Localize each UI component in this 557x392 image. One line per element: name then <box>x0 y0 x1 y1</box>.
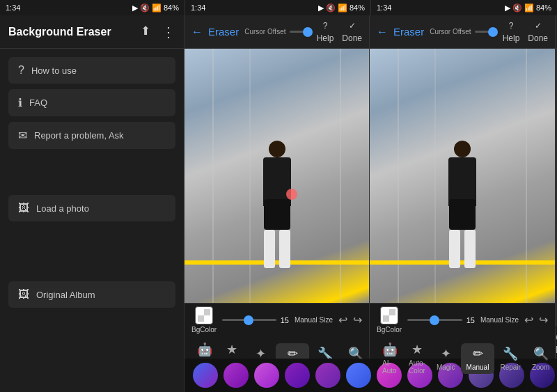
color-swatch-4[interactable] <box>315 363 340 388</box>
main-panel-header: ← Eraser Cursor Offset ? Help <box>370 15 555 49</box>
main-size-num: 15 <box>466 316 475 324</box>
report-button[interactable]: ✉ Report a problem, Ask <box>8 122 175 149</box>
main-zoom[interactable]: 🔍 Zoom <box>526 343 556 374</box>
main-done-button[interactable]: ✓ Done <box>528 21 548 43</box>
color-swatch-5[interactable] <box>346 363 371 388</box>
main-repair-icon: 🔧 <box>503 346 518 361</box>
eraser-done-label: Done <box>342 33 362 43</box>
main-image-area[interactable] <box>370 49 555 303</box>
main-manual[interactable]: ✏ Manual <box>461 343 495 374</box>
main-back-button[interactable]: ← <box>377 26 388 38</box>
color-swatch-1[interactable] <box>223 363 249 388</box>
undo-button[interactable]: ↩ <box>338 313 347 327</box>
main-magic[interactable]: ✦ Magic <box>431 343 461 374</box>
size-controls-row: BgColor 15 Manual Size ↩ <box>185 304 369 336</box>
status-bar-center: 1:34 ▶ 🔇 📶 84% <box>185 0 370 15</box>
main-auto-color[interactable]: ★ Auto-Color <box>403 339 431 377</box>
icons-right: ▶ 🔇 📶 84% <box>505 3 551 13</box>
share-icon[interactable]: ⬆ <box>141 24 150 40</box>
main-bgcolor-button[interactable]: BgColor <box>377 306 402 334</box>
load-photo-label: Load a photo <box>36 203 89 214</box>
eraser-header: ← Eraser Cursor Offset ? Help <box>185 15 369 49</box>
more-icon[interactable]: ⋮ <box>162 24 175 40</box>
eraser-toolbar: BgColor 15 Manual Size ↩ <box>185 303 369 359</box>
main-help-button[interactable]: ? Help <box>503 21 520 43</box>
main-autocolor-label: Auto-Color <box>409 359 425 375</box>
original-album-label: Original Album <box>36 290 95 300</box>
person-leg-left <box>264 230 275 268</box>
eraser-back-button[interactable]: ← <box>191 26 203 38</box>
eraser-done-button[interactable]: ✓ Done <box>342 21 362 43</box>
main-cursor-slider[interactable] <box>475 31 496 33</box>
size-slider-thumb[interactable] <box>244 315 253 325</box>
main-toolbar: BgColor 15 Manual Size ↩ <box>370 303 555 359</box>
main-actions: ? Help ✓ Done <box>503 21 548 43</box>
main-manual-tool-label: Manual <box>466 363 489 371</box>
eraser-help-label: Help <box>317 33 334 43</box>
eraser-title: Eraser <box>208 26 239 38</box>
faq-button[interactable]: ℹ FAQ <box>8 89 175 116</box>
main-manual-icon: ✏ <box>473 346 483 361</box>
eraser-image-area[interactable] <box>185 49 369 303</box>
svg-rect-3 <box>204 315 210 322</box>
main-ai-auto[interactable]: 🤖 AI-Auto <box>377 339 403 377</box>
cursor-offset-thumb[interactable] <box>303 27 313 37</box>
person-leg-right <box>279 230 290 268</box>
cursor-offset-control: Cursor Offset <box>239 28 316 36</box>
main-redo-button[interactable]: ↪ <box>539 313 548 327</box>
main-size-thumb[interactable] <box>430 315 439 325</box>
main-line-3 <box>526 49 527 303</box>
redo-button[interactable]: ↪ <box>353 313 362 327</box>
main-cursor-offset: Cursor Offset <box>424 28 502 36</box>
eraser-help-button[interactable]: ? Help <box>317 21 334 43</box>
sidebar-spacer-2 <box>8 227 175 248</box>
cursor-offset-label: Cursor Offset <box>244 28 285 36</box>
sidebar-menu: ? How to use ℹ FAQ ✉ Report a problem, A… <box>0 49 184 316</box>
help-circle-icon: ? <box>18 64 24 77</box>
eraser-panel: ← Eraser Cursor Offset ? Help <box>185 15 370 359</box>
person-legs <box>256 230 298 268</box>
svg-rect-5 <box>389 309 395 315</box>
svg-rect-2 <box>198 315 204 322</box>
main-zoom-label: Zoom <box>532 363 550 371</box>
main-escalator-scene <box>370 49 555 303</box>
main-repair[interactable]: 🔧 Repair <box>494 343 526 374</box>
load-photo-button[interactable]: 🖼 Load a photo <box>8 195 175 221</box>
main-magic-icon: ✦ <box>441 346 451 361</box>
time-left: 1:34 <box>6 3 20 12</box>
cursor-offset-slider[interactable] <box>290 31 311 33</box>
main-zoom-icon: 🔍 <box>533 346 549 361</box>
color-swatch-0[interactable] <box>193 363 218 388</box>
main-bgcolor-label: BgColor <box>377 326 402 334</box>
original-album-button[interactable]: 🖼 Original Album <box>8 281 175 308</box>
size-number: 15 <box>281 316 289 324</box>
app-title: Background Eraser <box>8 26 111 38</box>
eraser-scene <box>185 49 369 303</box>
manual-size-button[interactable]: Manual Size <box>295 316 333 324</box>
size-slider[interactable] <box>222 319 276 321</box>
main-size-row: BgColor 15 Manual Size ↩ <box>370 304 555 336</box>
bgcolor-button[interactable]: BgColor <box>191 306 217 334</box>
help-question-icon: ? <box>323 21 328 31</box>
main-size-slider[interactable] <box>407 319 462 321</box>
sidebar-spacer-1 <box>8 155 175 175</box>
escalator-line-1 <box>212 49 214 303</box>
main-bag <box>449 199 476 230</box>
main-cursor-thumb[interactable] <box>488 27 498 37</box>
color-swatch-3[interactable] <box>285 363 310 388</box>
main-undo-button[interactable]: ↩ <box>524 313 533 327</box>
main-scene-container <box>370 49 555 303</box>
manual-size-label: Manual Size <box>295 316 333 324</box>
main-manual-size[interactable]: Manual Size <box>480 316 519 324</box>
color-swatch-2[interactable] <box>254 363 279 388</box>
main-bgcolor-icon <box>380 306 398 324</box>
manual-size-control: 15 <box>222 316 289 324</box>
main-line-2 <box>434 49 436 303</box>
main-title-group: ← Eraser <box>377 26 424 38</box>
person-head <box>269 141 285 157</box>
how-to-use-button[interactable]: ? How to use <box>8 57 175 84</box>
mail-icon: ✉ <box>18 129 27 142</box>
main-line-1 <box>398 49 399 303</box>
main-title: Eraser <box>393 26 424 38</box>
svg-rect-0 <box>198 309 204 315</box>
